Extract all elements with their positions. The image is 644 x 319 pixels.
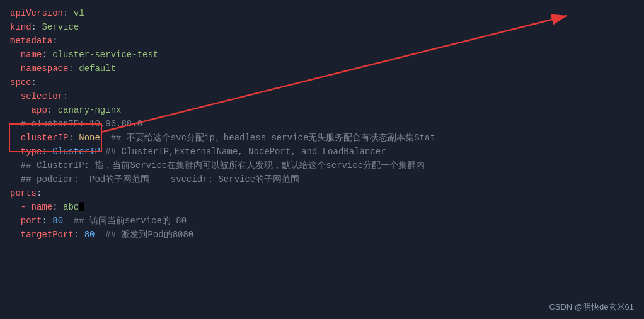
code-line: name: cluster-service-test <box>10 48 634 62</box>
code-token: type <box>10 145 42 159</box>
code-line: app: canary-nginx <box>10 103 634 117</box>
code-line: port: 80 ## 访问当前service的 80 <box>10 214 634 228</box>
code-token: canary-nginx <box>58 103 122 117</box>
code-editor: apiVersion: v1kind: Servicemetadata: nam… <box>0 0 644 319</box>
watermark: CSDN @明快de玄米61 <box>549 301 634 313</box>
code-token: cluster-service-test <box>52 48 158 62</box>
code-token: █ <box>79 200 84 214</box>
code-token: : <box>63 89 68 103</box>
code-token: : <box>68 131 79 145</box>
code-token: clusterIP <box>10 131 68 145</box>
code-token: 80 <box>52 214 63 228</box>
code-token: : <box>74 228 84 242</box>
code-token: ## ClusterIP,ExternalName, NodePort, and… <box>100 145 386 159</box>
code-token: : <box>32 20 42 34</box>
code-token: apiVersion <box>10 6 63 20</box>
code-token: 80 <box>84 228 95 242</box>
code-token: ## 访问当前service的 80 <box>63 214 187 228</box>
code-token: ## ClusterIP: 指，当前Service在集群内可以被所有人发现，默认… <box>10 159 425 172</box>
code-token: ## 不要给这个svc分配ip。headless service无头服务配合有状… <box>100 131 435 145</box>
code-line: # clusterIP: 10.96.88.0 <box>10 117 634 131</box>
code-line: ports: <box>10 186 634 200</box>
code-token: : <box>68 62 79 76</box>
code-token: v1 <box>74 6 84 20</box>
code-line: targetPort: 80 ## 派发到Pod的8080 <box>10 228 634 242</box>
code-token: kind <box>10 20 32 34</box>
code-token: default <box>79 62 116 76</box>
code-token: spec <box>10 76 32 89</box>
code-token: metadata <box>10 34 52 48</box>
code-token: ClusterIP <box>52 145 100 159</box>
code-token: # clusterIP: 10.96.88.0 <box>10 117 142 131</box>
code-line: ## podcidr: Pod的子网范围 svccidr: Service的子网… <box>10 172 634 186</box>
code-token: ## podcidr: Pod的子网范围 svccidr: Service的子网… <box>10 172 299 186</box>
code-token: : <box>47 103 58 117</box>
code-token: : <box>42 48 52 62</box>
code-token: ## 派发到Pod的8080 <box>95 228 193 242</box>
code-token: abc <box>63 200 79 214</box>
code-token: : <box>32 76 37 89</box>
code-token: : <box>52 200 63 214</box>
code-line: clusterIP: None ## 不要给这个svc分配ip。headless… <box>10 131 634 145</box>
code-token: : <box>37 186 42 200</box>
code-token: : <box>42 145 52 159</box>
code-line: selector: <box>10 89 634 103</box>
code-token: app <box>10 103 47 117</box>
code-token: : <box>63 6 74 20</box>
code-token: : <box>42 214 52 228</box>
code-token: namespace <box>10 62 68 76</box>
code-token: - name <box>10 200 52 214</box>
code-line: apiVersion: v1 <box>10 6 634 20</box>
code-token: : <box>52 34 57 48</box>
code-token: Service <box>42 20 79 34</box>
code-line: ## ClusterIP: 指，当前Service在集群内可以被所有人发现，默认… <box>10 159 634 172</box>
code-token: selector <box>10 89 63 103</box>
code-token: None <box>79 131 100 145</box>
code-line: type: ClusterIP ## ClusterIP,ExternalNam… <box>10 145 634 159</box>
code-line: namespace: default <box>10 62 634 76</box>
code-line: kind: Service <box>10 20 634 34</box>
code-token: ports <box>10 186 37 200</box>
code-token: name <box>10 48 42 62</box>
code-line: metadata: <box>10 34 634 48</box>
code-line: - name: abc█ <box>10 200 634 214</box>
code-line: spec: <box>10 76 634 89</box>
code-token: port <box>10 214 42 228</box>
code-token: targetPort <box>10 228 74 242</box>
